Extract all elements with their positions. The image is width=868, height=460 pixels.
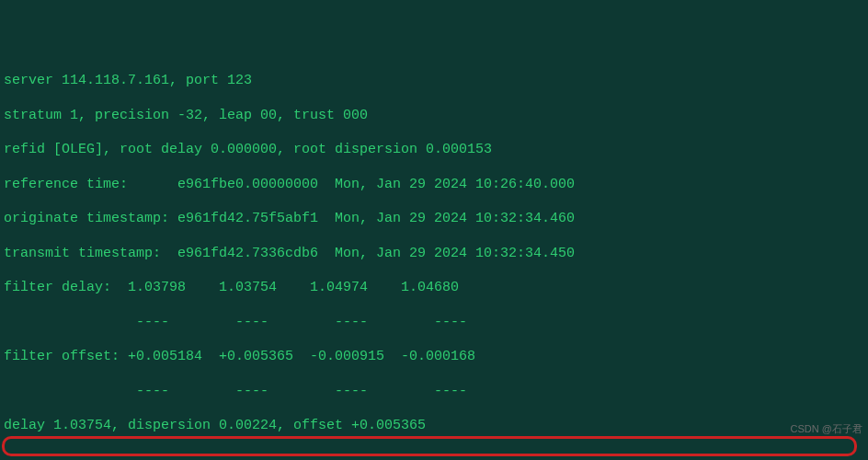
server1-filter-offset: filter offset: +0.005184 +0.005365 -0.00… (4, 349, 868, 366)
server1-stratum: stratum 1, precision -32, leap 00, trust… (4, 108, 868, 125)
server1-reference-time: reference time: e961fbe0.00000000 Mon, J… (4, 177, 868, 194)
server1-filter-delay-dashes: ---- ---- ---- ---- (4, 315, 868, 332)
server1-filter-delay: filter delay: 1.03798 1.03754 1.04974 1.… (4, 280, 868, 297)
watermark: CSDN @石子君 (791, 423, 862, 436)
server1-summary: delay 1.03754, dispersion 0.00224, offse… (4, 418, 868, 435)
server1-originate-timestamp: originate timestamp: e961fd42.75f5abf1 M… (4, 211, 868, 228)
server1-refid: refid [OLEG], root delay 0.000000, root … (4, 142, 868, 159)
server1-transmit-timestamp: transmit timestamp: e961fd42.7336cdb6 Mo… (4, 246, 868, 263)
server1-header: server 114.118.7.161, port 123 (4, 73, 868, 90)
blank-line (4, 453, 868, 461)
server1-filter-offset-dashes: ---- ---- ---- ---- (4, 384, 868, 401)
